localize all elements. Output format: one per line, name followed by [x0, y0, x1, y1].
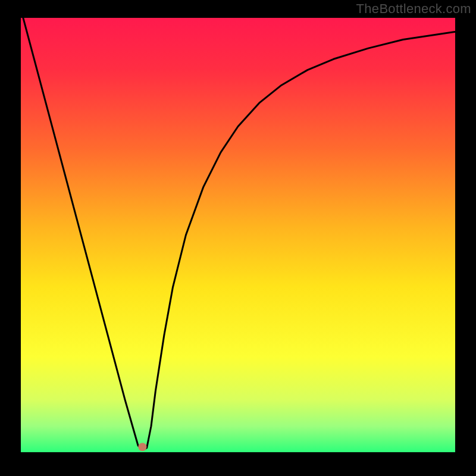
chart-canvas: TheBottleneck.com — [0, 0, 476, 476]
chart-svg — [0, 0, 476, 476]
marker-dot — [138, 443, 146, 451]
plot-background — [21, 18, 455, 452]
watermark-text: TheBottleneck.com — [356, 1, 471, 17]
